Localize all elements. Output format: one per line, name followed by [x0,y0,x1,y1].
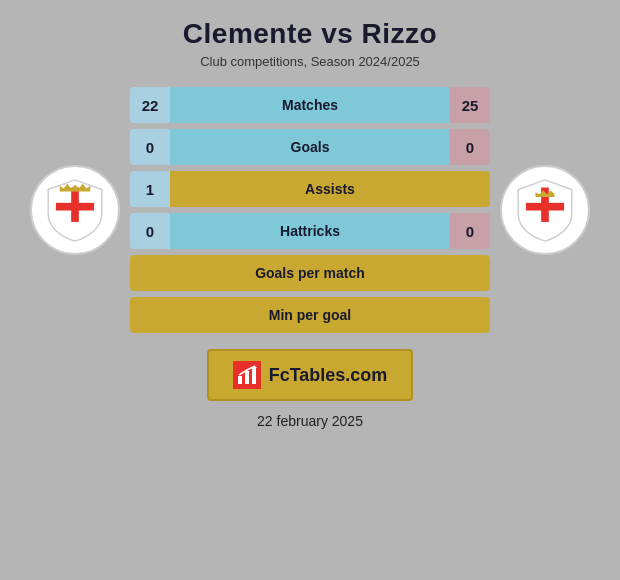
stat-label-0: Matches [170,87,450,123]
comparison-section: 22Matches250Goals01Assists0Hattricks0Goa… [20,87,600,333]
right-team-crest [515,178,575,243]
right-team-badge [500,165,590,255]
stat-row-1: 0Goals0 [130,129,490,165]
page-wrapper: Clemente vs Rizzo Club competitions, Sea… [0,0,620,580]
stats-rows: 22Matches250Goals01Assists0Hattricks0Goa… [130,87,490,333]
top-section: Clemente vs Rizzo Club competitions, Sea… [20,18,600,87]
fctables-logo: FcTables.com [207,349,414,401]
stat-label-1: Goals [170,129,450,165]
stat-label-3: Hattricks [170,213,450,249]
stat-row-4: Goals per match [130,255,490,291]
svg-rect-1 [56,202,94,210]
stat-left-val-2: 1 [130,171,170,207]
footer-area: FcTables.com 22 february 2025 [207,349,414,429]
stat-left-val-0: 22 [130,87,170,123]
stat-right-val-0: 25 [450,87,490,123]
stat-label-2: Assists [170,171,490,207]
stat-left-val-1: 0 [130,129,170,165]
stat-right-val-3: 0 [450,213,490,249]
stat-right-val-1: 0 [450,129,490,165]
svg-rect-6 [252,367,256,384]
stat-label-5: Min per goal [130,297,490,333]
page-subtitle: Club competitions, Season 2024/2025 [200,54,420,69]
stat-row-3: 0Hattricks0 [130,213,490,249]
svg-rect-3 [526,202,564,210]
left-team-crest [45,178,105,243]
stat-row-0: 22Matches25 [130,87,490,123]
stat-row-2: 1Assists [130,171,490,207]
chart-icon [236,364,258,386]
fctables-text: FcTables.com [269,365,388,386]
stat-row-5: Min per goal [130,297,490,333]
page-title: Clemente vs Rizzo [183,18,437,50]
fctables-icon [233,361,261,389]
svg-rect-5 [245,371,249,384]
svg-rect-4 [238,376,242,384]
stat-label-4: Goals per match [130,255,490,291]
left-team-badge [30,165,120,255]
date-text: 22 february 2025 [257,413,363,429]
stat-left-val-3: 0 [130,213,170,249]
